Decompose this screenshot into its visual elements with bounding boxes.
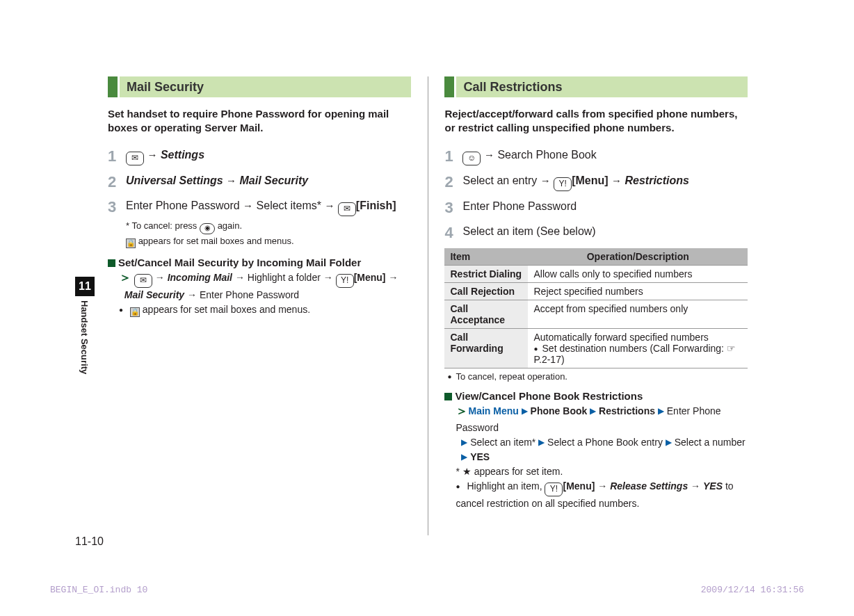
heading-text: Mail Security [120,76,411,97]
section-heading-call-restrictions: Call Restrictions [444,76,748,97]
section-heading-mail-security: Mail Security [108,76,411,97]
table-row: Call Acceptance Accept from specified nu… [444,300,748,328]
page-number: 11-10 [75,535,104,548]
mail-key-icon: ✉ [126,152,144,165]
heading-text: Call Restrictions [456,76,748,97]
chapter-label: Handset Security [75,296,90,374]
chapter-number: 11 [75,277,95,296]
intro-text: Reject/accept/forward calls from specifi… [444,107,748,136]
page-content: Mail Security Set handset to require Pho… [108,76,748,549]
lock-icon: 🔒 [130,307,140,317]
step-2: 2 Universal Settings → Mail Security [108,172,411,191]
table-row: Restrict Dialing Allow calls only to spe… [444,265,748,282]
table-row: Call Rejection Reject specified numbers [444,282,748,300]
footer-timestamp: 2009/12/14 16:31:56 [701,585,804,595]
step-1: 1 ☺ → Search Phone Book [444,147,748,165]
step-3: 3 Enter Phone Password [444,198,748,216]
phonebook-key-icon: ☺ [462,152,481,165]
column-divider [428,76,428,535]
table-header-desc: Operation/Description [528,248,748,266]
side-tab: 11 Handset Security [75,277,95,374]
subsection-head: View/Cancel Phone Book Restrictions [444,390,748,402]
mail-key-icon: ✉ [134,274,152,288]
y-key-icon: Y! [545,483,563,496]
step-3: 3 Enter Phone Password → Select items* →… [108,197,411,248]
breadcrumb-path: ＞Main Menu ▶ Phone Book ▶ Restrictions ▶… [444,402,748,464]
center-key-icon: ◉ [200,223,215,234]
left-column: Mail Security Set handset to require Pho… [108,76,411,535]
restrictions-table: Item Operation/Description Restrict Dial… [444,248,748,368]
y-key-icon: Y! [554,177,572,191]
table-row: Call Forwarding Automatically forward sp… [444,328,748,368]
table-note: To cancel, repeat operation. [444,368,748,382]
intro-text: Set handset to require Phone Password fo… [108,107,411,136]
step-4: 4 Select an item (See below) [444,223,748,241]
lock-icon: 🔒 [126,238,136,248]
footer-filename: BEGIN_E_OI.indb 10 [50,585,147,595]
cancel-note: Highlight an item, Y![Menu] → Release Se… [444,479,748,511]
right-column: Call Restrictions Reject/accept/forward … [444,76,748,535]
table-header-item: Item [444,248,528,266]
subsection-body: ＞ ✉ → Incoming Mail → Highlight a folder… [108,268,411,302]
y-key-icon: Y! [336,274,354,288]
mail-key-icon: ✉ [338,202,356,216]
step-2: 2 Select an entry → Y![Menu] → Restricti… [444,172,748,191]
star-note: * ★ appears for set item. [444,464,748,479]
step-1: 1 ✉ → Settings [108,147,411,165]
subsection-head: Set/Cancel Mail Security by Incoming Mai… [108,257,411,268]
